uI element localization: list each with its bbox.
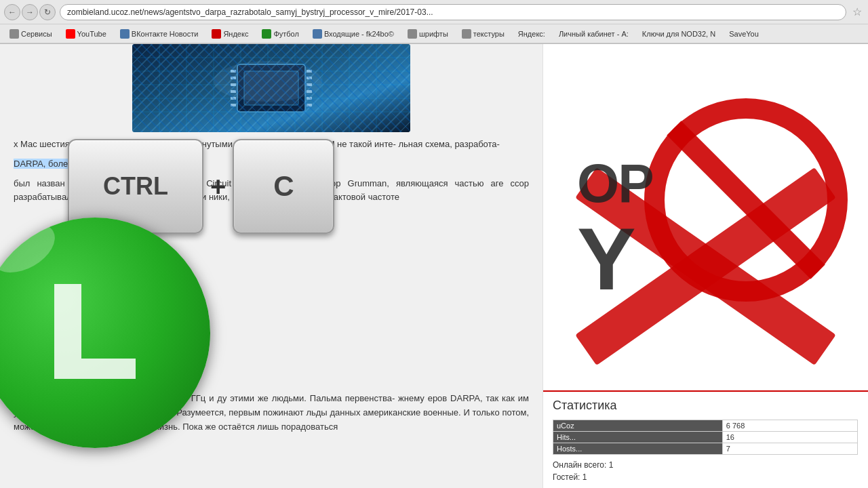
main-content: х Mac шестиядерного процессора для продв… bbox=[0, 44, 868, 488]
bookmark-vk-news[interactable]: ВКонтакте Новости bbox=[115, 28, 204, 40]
bookmark-cabinet[interactable]: Личный кабинет - А: bbox=[553, 28, 634, 39]
bookmark-servisy[interactable]: Сервисы bbox=[4, 28, 58, 40]
svg-rect-21 bbox=[231, 97, 236, 100]
stats-value-ucoz: 6 768 bbox=[722, 420, 857, 432]
svg-point-29 bbox=[214, 61, 322, 102]
svg-rect-19 bbox=[231, 83, 236, 86]
refresh-button[interactable]: ↻ bbox=[39, 4, 56, 20]
forward-button[interactable]: → bbox=[22, 4, 38, 20]
svg-rect-18 bbox=[231, 77, 236, 79]
bookmark-inbox-icon bbox=[313, 29, 322, 39]
spy-watermark-text: OP Y bbox=[577, 152, 653, 310]
c-key: C bbox=[233, 139, 334, 234]
stats-label-hosts: Hosts... bbox=[553, 443, 723, 455]
stats-panel: Статистика uCoz 6 768 Hits... 16 Hosts..… bbox=[542, 390, 868, 488]
svg-rect-20 bbox=[231, 90, 236, 93]
bookmark-fonts-label: шрифты bbox=[419, 30, 448, 38]
bookmark-fonts[interactable]: шрифты bbox=[402, 28, 454, 40]
chip-image-container bbox=[0, 44, 542, 132]
bookmark-youtube[interactable]: YouTube bbox=[60, 28, 112, 40]
stats-title: Статистика bbox=[553, 399, 858, 413]
svg-marker-30 bbox=[54, 284, 136, 379]
svg-rect-25 bbox=[307, 83, 312, 86]
stats-table: uCoz 6 768 Hits... 16 Hosts... 7 bbox=[553, 420, 858, 455]
bookmarks-bar: Сервисы YouTube ВКонтакте Новости Яндекс… bbox=[0, 24, 868, 43]
bookmark-textures-label: текстуры bbox=[473, 30, 505, 38]
l-shape-icon bbox=[34, 270, 156, 395]
table-row: Hits... 16 bbox=[553, 432, 858, 443]
bookmark-vk-label: ВКонтакте Новости bbox=[132, 30, 199, 38]
svg-rect-26 bbox=[307, 90, 312, 93]
browser-chrome: ← → ↻ zombieland.ucoz.net/news/agentstvo… bbox=[0, 0, 868, 44]
stats-label-ucoz: uCoz bbox=[553, 420, 723, 432]
bookmark-football[interactable]: Футбол bbox=[256, 28, 304, 40]
svg-rect-28 bbox=[307, 104, 312, 106]
svg-rect-23 bbox=[307, 70, 312, 73]
stats-value-hits: 16 bbox=[722, 432, 857, 443]
bookmark-football-label: Футбол bbox=[273, 30, 299, 38]
webpage-area: х Mac шестиядерного процессора для продв… bbox=[0, 44, 542, 488]
svg-rect-0 bbox=[132, 44, 410, 132]
bookmark-yandex2-label: Яндекс: bbox=[518, 30, 545, 38]
bookmark-servisy-label: Сервисы bbox=[21, 30, 52, 38]
bookmark-saveyou-label: SaveYou bbox=[729, 30, 759, 38]
no-copy-watermark-area: OP Y Статистика uCoz 6 768 Hits... 16 Ho… bbox=[542, 44, 868, 488]
ctrl-key-label: CTRL bbox=[103, 172, 168, 201]
bookmark-fonts-icon bbox=[408, 29, 417, 39]
url-text: zombieland.ucoz.net/news/agentstvo_darpa… bbox=[67, 7, 433, 17]
svg-rect-27 bbox=[307, 97, 312, 100]
chip-svg bbox=[132, 44, 410, 132]
svg-rect-24 bbox=[307, 77, 312, 79]
plus-symbol: + bbox=[210, 171, 226, 202]
spy-partial-2: Y bbox=[577, 208, 653, 310]
bookmark-inbox[interactable]: Входящие - fk24bo© bbox=[307, 28, 399, 40]
browser-toolbar: ← → ↻ zombieland.ucoz.net/news/agentstvo… bbox=[0, 0, 868, 24]
bookmark-textures[interactable]: текстуры bbox=[456, 28, 510, 40]
bookmark-keys-label: Ключи для NOD32, N bbox=[642, 30, 715, 38]
bookmark-textures-icon bbox=[462, 29, 471, 39]
bookmark-star-icon[interactable]: ☆ bbox=[850, 5, 864, 19]
chip-image bbox=[132, 44, 410, 132]
bookmark-yandex[interactable]: Яндекс bbox=[206, 28, 254, 40]
svg-rect-16 bbox=[244, 71, 298, 105]
c-key-label: C bbox=[273, 170, 294, 203]
guests-text: Гостей: 1 bbox=[553, 472, 858, 482]
address-bar[interactable]: zombieland.ucoz.net/news/agentstvo_darpa… bbox=[60, 4, 846, 20]
svg-rect-17 bbox=[231, 70, 236, 73]
bookmark-saveyou[interactable]: SaveYou bbox=[724, 28, 764, 39]
bookmark-servisy-icon bbox=[9, 29, 19, 39]
no-copy-symbol bbox=[644, 98, 848, 302]
online-total-text: Онлайн всего: 1 bbox=[553, 460, 858, 470]
bookmark-yandex-label: Яндекс bbox=[223, 30, 248, 38]
bookmark-inbox-label: Входящие - fk24bo© bbox=[324, 30, 394, 38]
back-button[interactable]: ← bbox=[4, 4, 20, 20]
bookmark-yandex-icon bbox=[212, 29, 221, 39]
svg-rect-15 bbox=[237, 64, 305, 112]
bookmark-keys[interactable]: Ключи для NOD32, N bbox=[637, 28, 721, 39]
bookmark-football-icon bbox=[262, 29, 271, 39]
table-row: Hosts... 7 bbox=[553, 443, 858, 455]
bookmark-yandex2[interactable]: Яндекс: bbox=[513, 28, 551, 39]
bookmark-youtube-label: YouTube bbox=[77, 30, 106, 38]
svg-rect-22 bbox=[231, 104, 236, 106]
stats-value-hosts: 7 bbox=[722, 443, 857, 455]
spy-partial-1: OP bbox=[577, 152, 653, 215]
table-row: uCoz 6 768 bbox=[553, 420, 858, 432]
nav-buttons: ← → ↻ bbox=[4, 4, 56, 20]
bookmark-youtube-icon bbox=[66, 29, 75, 39]
bookmark-cabinet-label: Личный кабинет - А: bbox=[559, 30, 629, 38]
stats-label-hits: Hits... bbox=[553, 432, 723, 443]
bookmark-vk-icon bbox=[120, 29, 130, 39]
